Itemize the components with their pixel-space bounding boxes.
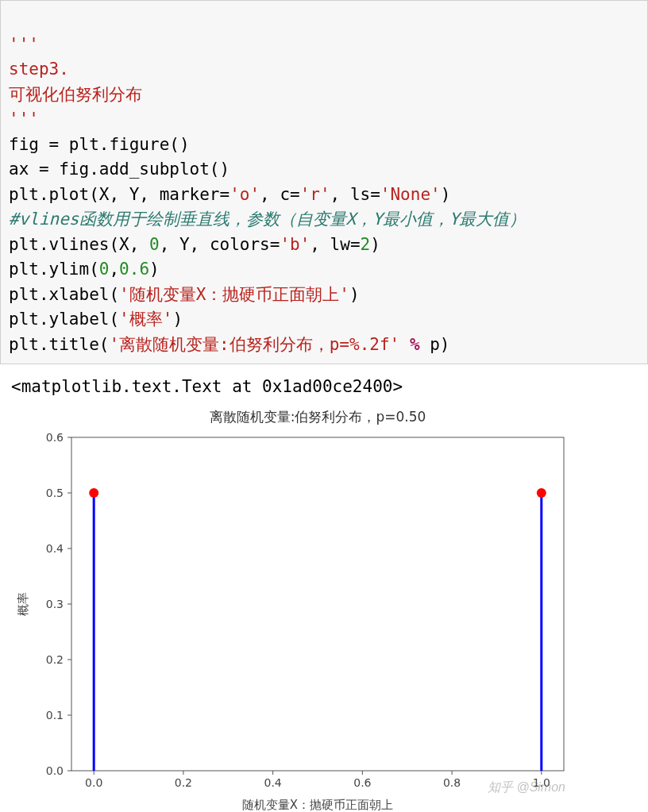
svg-text:0.4: 0.4: [264, 776, 282, 789]
code-line: plt.ylim(0,0.6): [9, 260, 160, 279]
chart-svg: 0.00.20.40.60.81.00.00.10.20.30.40.50.6离…: [8, 406, 580, 812]
watermark: 知乎 @Simon: [488, 779, 565, 796]
code-line: plt.title('离散随机变量:伯努利分布，p=%.2f' % p): [9, 335, 449, 354]
svg-text:0.5: 0.5: [46, 487, 64, 499]
svg-text:0.8: 0.8: [443, 776, 461, 789]
code-line: step3.: [9, 60, 69, 79]
svg-text:0.0: 0.0: [46, 764, 64, 777]
svg-text:0.4: 0.4: [46, 542, 64, 555]
chart: 0.00.20.40.60.81.00.00.10.20.30.40.50.6离…: [8, 406, 580, 812]
code-line: plt.ylabel('概率'): [9, 310, 183, 329]
code-line: ''': [9, 35, 39, 54]
svg-point-30: [537, 488, 546, 498]
svg-text:0.0: 0.0: [85, 776, 102, 789]
code-line: plt.plot(X, Y, marker='o', c='r', ls='No…: [9, 185, 450, 204]
svg-point-28: [89, 488, 98, 498]
svg-text:概率: 概率: [16, 592, 30, 616]
output-text: <matplotlib.text.Text at 0x1ad00ce2400>: [0, 364, 648, 406]
svg-text:0.2: 0.2: [175, 776, 192, 789]
code-line: 可视化伯努利分布: [9, 85, 142, 104]
code-line: plt.xlabel('随机变量X：抛硬币正面朝上'): [9, 285, 360, 304]
svg-text:0.3: 0.3: [46, 598, 64, 610]
code-line: ''': [9, 110, 39, 129]
code-line: ax = fig.add_subplot(): [9, 160, 230, 179]
svg-rect-0: [71, 437, 564, 771]
svg-text:0.6: 0.6: [353, 776, 371, 789]
svg-text:随机变量X：抛硬币正面朝上: 随机变量X：抛硬币正面朝上: [242, 798, 393, 812]
svg-text:离散随机变量:伯努利分布，p=0.50: 离散随机变量:伯努利分布，p=0.50: [210, 409, 426, 425]
svg-text:0.2: 0.2: [46, 653, 64, 666]
code-line: fig = plt.figure(): [9, 135, 190, 154]
code-comment: #vlines函数用于绘制垂直线，参数（自变量X，Y最小值，Y最大值）: [9, 210, 526, 229]
svg-text:0.1: 0.1: [46, 709, 64, 722]
svg-text:0.6: 0.6: [46, 431, 64, 444]
code-line: plt.vlines(X, 0, Y, colors='b', lw=2): [9, 235, 380, 254]
code-cell: ''' step3. 可视化伯努利分布 ''' fig = plt.figure…: [0, 0, 648, 364]
